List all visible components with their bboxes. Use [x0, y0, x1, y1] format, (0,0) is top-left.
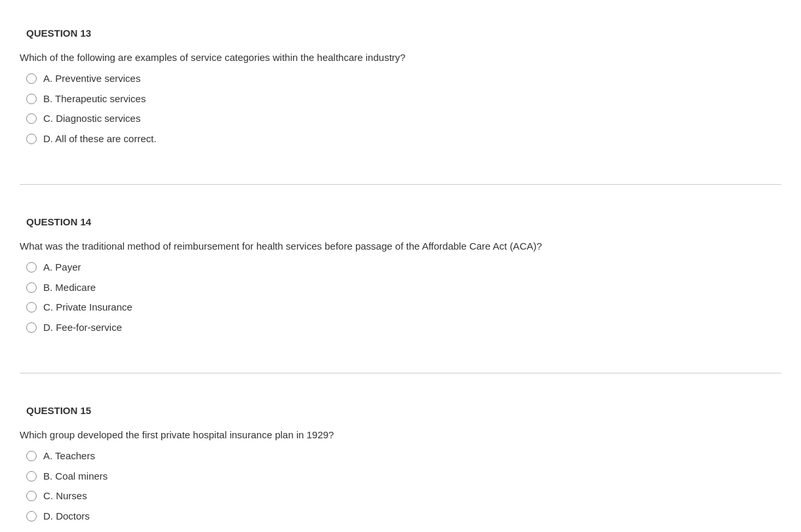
- option-item-q15-0[interactable]: A. Teachers: [26, 449, 781, 464]
- question-title-q15: QUESTION 15: [20, 404, 781, 419]
- option-label-q13-3: D. All of these are correct.: [43, 132, 157, 147]
- option-label-q14-0: A. Payer: [43, 260, 81, 275]
- divider-0: [20, 184, 781, 185]
- option-item-q13-2[interactable]: C. Diagnostic services: [26, 111, 781, 126]
- options-list-q15: A. TeachersB. Coal minersC. NursesD. Doc…: [20, 449, 781, 523]
- question-block-q14: QUESTION 14What was the traditional meth…: [20, 202, 781, 347]
- option-label-q14-1: B. Medicare: [43, 280, 96, 295]
- option-item-q14-3[interactable]: D. Fee-for-service: [26, 320, 781, 335]
- options-list-q14: A. PayerB. MedicareC. Private InsuranceD…: [20, 260, 781, 335]
- divider-1: [20, 373, 781, 373]
- option-label-q15-1: B. Coal miners: [43, 469, 107, 484]
- option-item-q13-1[interactable]: B. Therapeutic services: [26, 92, 781, 107]
- option-item-q13-0[interactable]: A. Preventive services: [26, 71, 781, 86]
- radio-q15-0[interactable]: [26, 451, 37, 461]
- radio-q14-3[interactable]: [26, 322, 37, 333]
- option-item-q14-0[interactable]: A. Payer: [26, 260, 781, 275]
- question-text-q13: Which of the following are examples of s…: [20, 50, 781, 66]
- option-label-q13-2: C. Diagnostic services: [43, 111, 140, 126]
- radio-q13-3[interactable]: [26, 134, 37, 144]
- radio-q14-0[interactable]: [26, 262, 37, 273]
- option-item-q14-2[interactable]: C. Private Insurance: [26, 300, 781, 315]
- option-label-q15-0: A. Teachers: [43, 449, 95, 464]
- option-item-q13-3[interactable]: D. All of these are correct.: [26, 132, 781, 147]
- question-text-q14: What was the traditional method of reimb…: [20, 239, 781, 254]
- radio-q13-2[interactable]: [26, 113, 37, 124]
- option-label-q14-3: D. Fee-for-service: [43, 320, 122, 335]
- radio-q15-1[interactable]: [26, 471, 37, 482]
- page-container: QUESTION 13Which of the following are ex…: [0, 0, 801, 532]
- option-label-q14-2: C. Private Insurance: [43, 300, 132, 315]
- radio-q15-3[interactable]: [26, 511, 37, 522]
- option-item-q15-2[interactable]: C. Nurses: [26, 489, 781, 504]
- question-text-q15: Which group developed the first private …: [20, 428, 781, 443]
- options-list-q13: A. Preventive servicesB. Therapeutic ser…: [20, 71, 781, 146]
- option-label-q13-1: B. Therapeutic services: [43, 92, 146, 107]
- option-label-q15-3: D. Doctors: [43, 509, 90, 524]
- option-item-q15-1[interactable]: B. Coal miners: [26, 469, 781, 484]
- radio-q15-2[interactable]: [26, 491, 37, 501]
- option-item-q14-1[interactable]: B. Medicare: [26, 280, 781, 295]
- radio-q13-1[interactable]: [26, 94, 37, 104]
- option-label-q15-2: C. Nurses: [43, 489, 87, 504]
- question-block-q15: QUESTION 15Which group developed the fir…: [20, 390, 781, 532]
- radio-q13-0[interactable]: [26, 73, 37, 84]
- option-label-q13-0: A. Preventive services: [43, 71, 140, 86]
- question-title-q14: QUESTION 14: [20, 215, 781, 230]
- radio-q14-2[interactable]: [26, 302, 37, 313]
- option-item-q15-3[interactable]: D. Doctors: [26, 509, 781, 524]
- question-block-q13: QUESTION 13Which of the following are ex…: [20, 13, 781, 158]
- radio-q14-1[interactable]: [26, 282, 37, 293]
- question-title-q13: QUESTION 13: [20, 26, 781, 41]
